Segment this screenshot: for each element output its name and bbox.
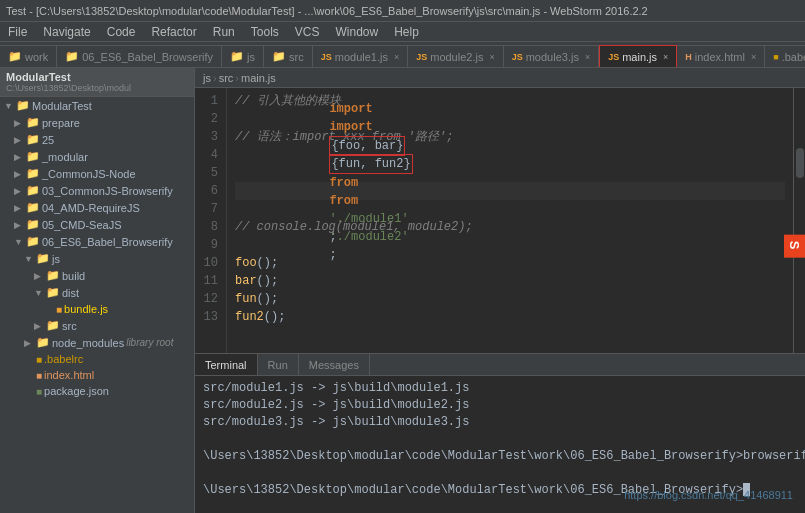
folder-icon: 📁 xyxy=(16,99,30,112)
tree-item-prepare[interactable]: ▶ 📁 prepare xyxy=(0,114,194,131)
tab-bar: 📁 work 📁 06_ES6_Babel_Browserify 📁 js 📁 … xyxy=(0,42,805,68)
arrow-icon: ▼ xyxy=(14,237,24,247)
code-line-13: fun2(); xyxy=(235,308,785,326)
tree-item-es6-folder[interactable]: ▼ 📁 06_ES6_Babel_Browserify xyxy=(0,233,194,250)
tab-src[interactable]: 📁 src xyxy=(264,45,313,67)
terminal-line-3: src/module3.js -> js\build\module3.js xyxy=(203,414,797,431)
tree-item-modulartest[interactable]: ▼ 📁 ModularTest xyxy=(0,97,194,114)
terminal-line-4 xyxy=(203,431,797,448)
close-icon[interactable]: × xyxy=(585,52,590,62)
arrow-icon: ▶ xyxy=(24,338,34,348)
tree-item-cmd[interactable]: ▶ 📁 05_CMD-SeaJS xyxy=(0,216,194,233)
arrow-icon: ▼ xyxy=(24,254,34,264)
js-icon: JS xyxy=(608,52,619,62)
menu-tools[interactable]: Tools xyxy=(247,24,283,40)
breadcrumb-mainjs[interactable]: main.js xyxy=(241,72,276,84)
tree-item-modular[interactable]: ▶ 📁 _modular xyxy=(0,148,194,165)
menu-help[interactable]: Help xyxy=(390,24,423,40)
messages-tab[interactable]: Messages xyxy=(299,354,370,375)
bottom-panel-tabs: Terminal Run Messages xyxy=(195,354,805,376)
js-file-icon: ■ xyxy=(56,304,62,315)
terminal-line-5: \Users\13852\Desktop\modular\code\Modula… xyxy=(203,448,797,465)
close-icon[interactable]: × xyxy=(394,52,399,62)
menu-navigate[interactable]: Navigate xyxy=(39,24,94,40)
folder-icon: 📁 xyxy=(26,201,40,214)
menu-vcs[interactable]: VCS xyxy=(291,24,324,40)
folder-icon: 📁 xyxy=(46,286,60,299)
js-icon: JS xyxy=(416,52,427,62)
tree-item-bundle[interactable]: ■ bundle.js xyxy=(0,301,194,317)
folder-icon: 📁 xyxy=(46,269,60,282)
tree-item-package-json[interactable]: ■ package.json xyxy=(0,383,194,399)
folder-icon: 📁 xyxy=(36,252,50,265)
menu-window[interactable]: Window xyxy=(331,24,382,40)
tree-item-build[interactable]: ▶ 📁 build xyxy=(0,267,194,284)
folder-icon: 📁 xyxy=(26,133,40,146)
arrow-icon: ▼ xyxy=(34,288,44,298)
tab-es6[interactable]: 📁 06_ES6_Babel_Browserify xyxy=(57,45,222,67)
tree-item-src-folder[interactable]: ▶ 📁 src xyxy=(0,317,194,334)
close-icon[interactable]: × xyxy=(751,52,756,62)
terminal-tab[interactable]: Terminal xyxy=(195,354,258,375)
folder-icon: 📁 xyxy=(26,116,40,129)
title-text: Test - [C:\Users\13852\Desktop\modular\c… xyxy=(6,5,648,17)
tree-item-index-html[interactable]: ■ index.html xyxy=(0,367,194,383)
tree-item-node-modules[interactable]: ▶ 📁 node_modules library root xyxy=(0,334,194,351)
folder-icon: 📁 xyxy=(46,319,60,332)
html-icon: ■ xyxy=(36,370,42,381)
tab-js[interactable]: 📁 js xyxy=(222,45,264,67)
sidebar-title: ModularTest xyxy=(6,71,131,83)
folder-icon: 📁 xyxy=(230,50,244,63)
tab-main[interactable]: JS main.js × xyxy=(599,45,677,67)
run-tab[interactable]: Run xyxy=(258,354,299,375)
breadcrumb: js › src › main.js xyxy=(195,68,805,88)
tab-babelrc[interactable]: ■ .babelrc × xyxy=(765,45,805,67)
folder-icon: 📁 xyxy=(8,50,22,63)
sidebar: ModularTest C:\Users\13852\Desktop\modul… xyxy=(0,68,195,513)
tree-item-js-folder[interactable]: ▼ 📁 js xyxy=(0,250,194,267)
tree-item-commonjs-node[interactable]: ▶ 📁 _CommonJS-Node xyxy=(0,165,194,182)
close-icon[interactable]: × xyxy=(663,52,668,62)
tree-item-commonjs-browserify[interactable]: ▶ 📁 03_CommonJS-Browserify xyxy=(0,182,194,199)
code-content[interactable]: // 引入其他的模块 // 语法：import xxx from '路径'; i… xyxy=(227,88,793,353)
title-bar: Test - [C:\Users\13852\Desktop\modular\c… xyxy=(0,0,805,22)
tree-item-babelrc[interactable]: ■ .babelrc xyxy=(0,351,194,367)
arrow-icon: ▶ xyxy=(14,152,24,162)
scrollbar[interactable] xyxy=(793,88,805,353)
menu-run[interactable]: Run xyxy=(209,24,239,40)
sidebar-path: C:\Users\13852\Desktop\modul xyxy=(6,83,131,93)
line-numbers: 1 2 3 4 5 6 7 8 9 10 11 12 13 xyxy=(195,88,227,353)
tree-item-amd[interactable]: ▶ 📁 04_AMD-RequireJS xyxy=(0,199,194,216)
tab-work[interactable]: 📁 work xyxy=(0,45,57,67)
arrow-icon: ▼ xyxy=(4,101,14,111)
tab-module3[interactable]: JS module3.js × xyxy=(504,45,599,67)
breadcrumb-js[interactable]: js xyxy=(203,72,211,84)
folder-icon: 📁 xyxy=(26,167,40,180)
folder-icon: 📁 xyxy=(26,184,40,197)
terminal-line-6 xyxy=(203,465,797,482)
arrow-icon: ▶ xyxy=(14,118,24,128)
breadcrumb-src[interactable]: src xyxy=(219,72,234,84)
library-root-label: library root xyxy=(126,337,173,348)
menu-refactor[interactable]: Refactor xyxy=(147,24,200,40)
code-editor: 1 2 3 4 5 6 7 8 9 10 11 12 13 // 引入其他的模块 xyxy=(195,88,805,353)
close-icon[interactable]: × xyxy=(489,52,494,62)
tab-module2[interactable]: JS module2.js × xyxy=(408,45,503,67)
js-icon: JS xyxy=(512,52,523,62)
folder-icon: 📁 xyxy=(65,50,79,63)
tab-index[interactable]: H index.html × xyxy=(677,45,765,67)
scroll-thumb[interactable] xyxy=(796,148,804,178)
arrow-icon: ▶ xyxy=(34,271,44,281)
tab-module1[interactable]: JS module1.js × xyxy=(313,45,408,67)
babel-icon: ■ xyxy=(773,52,778,62)
html-icon: H xyxy=(685,52,692,62)
babelrc-icon: ■ xyxy=(36,354,42,365)
csdn-logo: S xyxy=(784,235,805,258)
tree-item-dist[interactable]: ▼ 📁 dist xyxy=(0,284,194,301)
main-area: ModularTest C:\Users\13852\Desktop\modul… xyxy=(0,68,805,513)
menu-file[interactable]: File xyxy=(4,24,31,40)
tree-item-25[interactable]: ▶ 📁 25 xyxy=(0,131,194,148)
menu-code[interactable]: Code xyxy=(103,24,140,40)
code-line-8: // console.log(module1, module2); xyxy=(235,218,785,236)
arrow-icon: ▶ xyxy=(14,135,24,145)
